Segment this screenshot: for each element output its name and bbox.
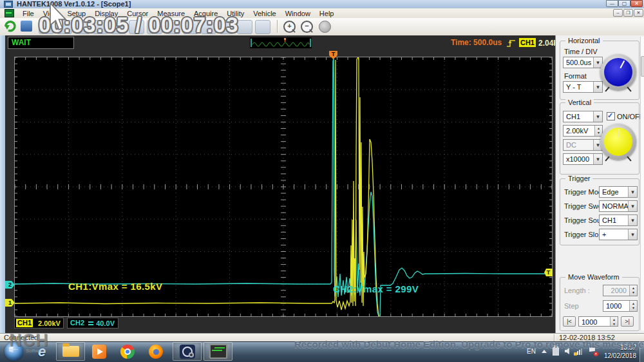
hidden-icons-chevron[interactable] xyxy=(542,350,547,353)
child-minimize-button[interactable] xyxy=(613,9,623,17)
waveform-preview[interactable] xyxy=(250,37,312,48)
trigger-group: Trigger Trigger Mode Edge Trigger Sweep … xyxy=(560,178,639,245)
title-bar: HANTEK1008 Ver1.0.12 - [Scope1] xyxy=(0,0,644,9)
auto-setup-icon[interactable] xyxy=(3,20,17,33)
menu-vehicle[interactable]: Vehicle xyxy=(249,9,280,18)
child-close-button[interactable] xyxy=(634,9,643,17)
taskbar-firefox-icon[interactable] xyxy=(145,342,167,361)
timediv-label: Time / DIV xyxy=(564,48,598,55)
save-icon[interactable] xyxy=(21,21,32,32)
scrollbar-thumb[interactable] xyxy=(641,56,644,77)
toolbar-separator xyxy=(277,20,278,33)
coupling-select[interactable]: DC xyxy=(563,139,603,151)
ch2-vmax-annotation: CH2:Vmax = 299V xyxy=(333,283,419,294)
format-label: Format xyxy=(564,72,587,80)
trigger-sweep-select[interactable]: NORMAL xyxy=(599,200,638,212)
scope-display-area: WAIT Time: 500.0us CH1 2.04KV xyxy=(0,35,644,333)
timediv-select[interactable]: 500.0us xyxy=(563,57,603,68)
vertical-group-title: Vertical xyxy=(565,99,594,106)
menu-file[interactable]: File xyxy=(18,9,39,18)
menu-window[interactable]: Window xyxy=(281,9,315,18)
move-first-button[interactable]: |< xyxy=(563,316,576,327)
ch1-vmax-annotation: CH1:Vmax = 16.5kV xyxy=(68,281,162,292)
maximize-button[interactable] xyxy=(618,0,630,7)
ch1-readout[interactable]: CH1 2.00kV xyxy=(14,318,64,329)
taskbar-hantek-icon[interactable] xyxy=(204,342,232,361)
taskbar-debut-icon[interactable] xyxy=(173,342,202,361)
zoom-out-icon[interactable] xyxy=(301,21,313,33)
horizontal-group-title: Horizontal xyxy=(565,37,603,44)
step-label: Step xyxy=(564,302,579,310)
timebase-readout: Time: 500.0us xyxy=(451,38,502,47)
trigger-slope-select[interactable]: + xyxy=(599,229,638,240)
taskbar-chrome-icon[interactable] xyxy=(117,342,138,361)
trigger-slope-icon xyxy=(506,39,516,48)
taskbar-mediaplayer-icon[interactable] xyxy=(88,342,110,361)
trigger-mode-select[interactable]: Edge xyxy=(599,186,638,198)
vertical-scale-spinner[interactable]: 2.00kV xyxy=(563,125,603,137)
trigger-channel-badge: CH1 xyxy=(519,38,536,47)
dc-coupling-icon xyxy=(88,321,93,325)
window-border xyxy=(0,35,5,333)
vertical-group: Vertical CH1 ON/OFF 2.00kV DC x10000 xyxy=(560,102,639,175)
vertical-knob[interactable] xyxy=(600,124,636,160)
ch1-badge: CH1 xyxy=(16,319,33,327)
menu-help[interactable]: Help xyxy=(315,9,339,18)
clock-date: 12/02/2018 xyxy=(604,352,636,360)
refresh-icon[interactable] xyxy=(319,21,331,33)
ch2-scale: 40.0V xyxy=(96,319,115,327)
vertical-channel-select[interactable]: CH1 xyxy=(563,111,603,122)
trigger-source-select[interactable]: CH1 xyxy=(599,214,638,226)
format-select[interactable]: Y - T xyxy=(563,81,603,93)
panel-scrollbar[interactable] xyxy=(640,37,644,330)
horizontal-knob[interactable] xyxy=(600,54,636,90)
move-group-title: Move Waveform xyxy=(565,273,622,281)
step-spinner[interactable]: 1000 xyxy=(603,300,638,312)
debut-watermark: Recorded with Debut Home Edition. Upgrad… xyxy=(294,339,644,350)
position-spinner[interactable]: 1000 xyxy=(578,316,618,327)
length-input[interactable]: 2000 xyxy=(603,285,638,296)
toolbar-icon-13[interactable] xyxy=(255,20,270,34)
zoom-in-icon[interactable] xyxy=(283,21,296,33)
grid-lines xyxy=(15,57,552,316)
length-label: Length : xyxy=(564,287,590,294)
ch2-ground-marker[interactable]: 2 xyxy=(5,281,15,289)
desktop: HANTEK1008 Ver1.0.12 - [Scope1] File Vie… xyxy=(0,0,644,362)
ch2-badge: CH2 xyxy=(69,319,86,327)
mouse-cursor xyxy=(49,3,68,32)
channel-onoff-checkbox[interactable] xyxy=(607,112,615,120)
app-icon xyxy=(4,1,13,8)
trigger-group-title: Trigger xyxy=(565,175,592,182)
move-last-button[interactable]: >| xyxy=(621,316,634,327)
child-restore-button[interactable] xyxy=(623,9,633,17)
nch-logo-sub: Software xyxy=(26,348,46,354)
horizontal-group: Horizontal Time / DIV 500.0us Format Y -… xyxy=(560,41,639,100)
window-title: HANTEK1008 Ver1.0.12 - [Scope1] xyxy=(17,0,131,8)
graticule: CH1:Vmax = 16.5kV CH2:Vmax = 299V xyxy=(14,57,553,317)
toolbar-icon-12[interactable] xyxy=(237,20,252,34)
minimize-button[interactable] xyxy=(606,0,618,7)
ch2-readout[interactable]: CH2 40.0V xyxy=(67,318,118,329)
recording-timer-overlay: 00:03:05 / 00:07:03 xyxy=(39,13,239,37)
scope-child-icon[interactable] xyxy=(5,9,14,17)
ch1-ground-marker[interactable]: 1 xyxy=(5,299,15,307)
acquisition-status: WAIT xyxy=(8,37,74,49)
close-button[interactable] xyxy=(630,0,643,7)
move-waveform-group: Move Waveform Length : 2000 Step 1000 |<… xyxy=(560,277,639,331)
taskbar-explorer-icon[interactable] xyxy=(56,342,85,361)
probe-select[interactable]: x10000 xyxy=(563,153,603,165)
control-panel: Horizontal Time / DIV 500.0us Format Y -… xyxy=(555,35,644,333)
ch1-scale: 2.00kV xyxy=(38,319,61,327)
